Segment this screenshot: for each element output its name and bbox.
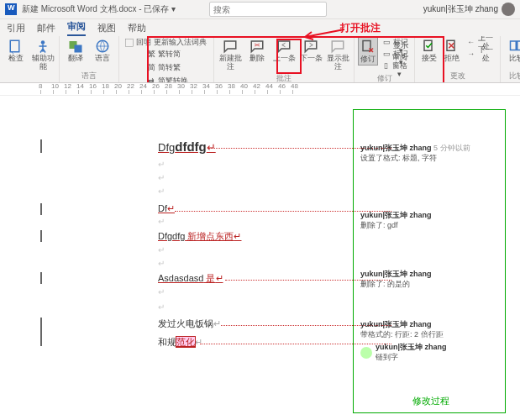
doc-line-3[interactable]: Dfgdfg 新增点东西↵ xyxy=(158,230,241,243)
convert-button[interactable]: ⇄简繁转换 xyxy=(144,76,190,83)
group-language-label: 语言 xyxy=(81,70,97,82)
group-tracking: 修订 ▭所有标记 ▾ ▭显示标记 ▾ ▯审阅窗格 ▾ 修订 xyxy=(355,36,415,82)
ime-update-button[interactable]: 回明 更新输入法词典 xyxy=(123,37,210,49)
username-label: yukun|张玉坤 zhang xyxy=(423,3,498,15)
delete-comment-button[interactable]: 删除 xyxy=(244,37,270,64)
ruler-tick: 40 xyxy=(242,90,255,94)
convert-icon: ⇄ xyxy=(146,76,156,83)
ruler-tick: 24 xyxy=(141,90,154,94)
document-name[interactable]: 新建 Microsoft Word 文档.docx - 已保存 ▾ xyxy=(22,3,176,15)
document-page[interactable]: Dfgdfdfg↵ Df↵ Dfgdfg 新增点东西↵ Asdasdasd 是↵… xyxy=(40,104,318,415)
simp-to-trad-button[interactable]: 简简转繁 xyxy=(144,62,182,74)
language-icon xyxy=(94,38,111,55)
prev-comment-button[interactable]: 上一条 xyxy=(271,37,297,64)
trad-simp-label: 繁转简 xyxy=(158,50,181,59)
annotation-panel-label: 修改过程 xyxy=(412,395,449,407)
comment-author: yukun|张玉坤 zhang xyxy=(360,270,432,278)
horizontal-ruler[interactable]: 8101214161820222426283032343638404244464… xyxy=(0,83,520,96)
change-bar xyxy=(40,230,42,242)
compare-button[interactable]: 比较 xyxy=(504,37,520,64)
ime-label: 回明 更新输入法词典 xyxy=(136,39,207,47)
translate-button[interactable]: 翻译 xyxy=(63,37,88,64)
reject-label: 拒绝 xyxy=(444,55,460,63)
tab-mailings[interactable]: 邮件 xyxy=(37,20,55,36)
prev-change-icon: ← xyxy=(467,38,475,48)
doc-text: Asdasdasd xyxy=(158,273,203,283)
accept-button[interactable]: 接受 xyxy=(418,37,439,64)
ruler-tick: 22 xyxy=(129,90,141,94)
tab-view[interactable]: 视图 xyxy=(97,20,116,36)
doc-line-5[interactable]: 发过火电饭锅↵ xyxy=(158,318,221,330)
doc-line-2[interactable]: Df↵ xyxy=(158,203,175,214)
new-comment-label: 新建批注 xyxy=(218,55,242,71)
next-comment-button[interactable]: 下一条 xyxy=(298,37,323,64)
revision-comment[interactable]: yukun|张玉坤 zhang 带格式的: 行距: 2 倍行距yukun|张玉坤… xyxy=(360,320,498,363)
reject-button[interactable]: 拒绝 xyxy=(441,37,462,64)
revisions-panel: yukun|张玉坤 zhang 5 分钟以前设置了格式: 标题, 字符yukun… xyxy=(353,109,506,413)
track-changes-label: 修订 xyxy=(360,55,376,64)
markup-icon: ▭ xyxy=(383,38,391,48)
show-comments-button[interactable]: 显示批注 xyxy=(325,37,350,72)
next-change-icon: → xyxy=(467,50,475,60)
new-comment-button[interactable]: 新建批注 xyxy=(218,37,243,72)
ruler-tick: 12 xyxy=(66,90,78,94)
spellcheck-label: 检查 xyxy=(8,55,24,63)
tab-review[interactable]: 审阅 xyxy=(67,18,86,36)
group-compare-label: 比较 xyxy=(509,70,520,82)
next-change-button[interactable]: →下一处 xyxy=(465,49,496,60)
change-bar xyxy=(40,203,42,215)
ruler-tick: 20 xyxy=(116,90,129,94)
reply-text: 链到字 xyxy=(376,353,398,361)
change-bar xyxy=(40,272,42,284)
comment-body: 设置了格式: 标题, 字符 xyxy=(360,154,437,162)
ribbon-tabs: 引用 邮件 审阅 视图 帮助 xyxy=(0,19,520,36)
ruler-tick: 36 xyxy=(217,90,229,94)
delete-comment-icon xyxy=(249,38,265,55)
spellcheck-button[interactable]: 检查 xyxy=(3,37,29,64)
svg-rect-7 xyxy=(424,40,432,50)
group-comments-label: 批注 xyxy=(276,72,292,83)
user-area[interactable]: yukun|张玉坤 zhang xyxy=(423,3,515,16)
doc-line-1[interactable]: Dfgdfdfg↵ xyxy=(158,139,216,154)
doc-line-6[interactable]: 和规范化↵ xyxy=(158,336,202,349)
doc-line-4[interactable]: Asdasdasd 是↵ xyxy=(158,272,223,285)
group-ime: 回明 更新输入法词典 繁繁转简 简简转繁 ⇄简繁转换 中文简繁转换 xyxy=(119,36,214,82)
revision-comment[interactable]: yukun|张玉坤 zhang 删除了: 的是的 xyxy=(360,270,498,289)
search-wrap xyxy=(209,2,390,17)
tab-references[interactable]: 引用 xyxy=(7,20,25,36)
revision-comment[interactable]: yukun|张玉坤 zhang 5 分钟以前设置了格式: 标题, 字符 xyxy=(360,144,498,163)
group-changes: 接受 拒绝 ←上一处 →下一处 更改 xyxy=(415,36,501,82)
avatar-icon xyxy=(502,3,515,16)
ruler-tick: 30 xyxy=(179,90,192,94)
track-changes-button[interactable]: 修订 xyxy=(358,37,378,66)
tab-help[interactable]: 帮助 xyxy=(128,20,146,36)
annotation-open-label: 打开批注 xyxy=(340,21,381,35)
search-input[interactable] xyxy=(209,2,327,17)
trad-simp-icon: 繁 xyxy=(146,50,156,60)
ruler-tick: 46 xyxy=(280,90,292,94)
show-comments-icon xyxy=(329,38,346,55)
comment-body: 带格式的: 行距: 2 倍行距 xyxy=(360,330,444,339)
prev-comment-icon xyxy=(276,38,292,55)
ruler-tick: 34 xyxy=(204,90,217,94)
ruler-tick: 18 xyxy=(103,90,116,94)
accept-icon xyxy=(421,38,438,55)
ruler-ticks: 8101214161820222426283032343638404244464… xyxy=(40,83,520,95)
trad-to-simp-button[interactable]: 繁繁转简 xyxy=(144,49,182,60)
svg-rect-3 xyxy=(75,45,82,53)
svg-rect-5 xyxy=(126,39,134,47)
next-comment-label: 下一条 xyxy=(300,55,323,63)
para-mark-icon: ↵ xyxy=(158,245,165,255)
accessibility-button[interactable]: 辅助功能 xyxy=(30,37,55,72)
language-button[interactable]: 语言 xyxy=(90,37,115,64)
group-comments: 新建批注 删除 上一条 下一条 显示批注 批注 xyxy=(214,36,355,82)
revision-comment[interactable]: yukun|张玉坤 zhang 删除了: gdf xyxy=(360,211,498,230)
group-language: 翻译 语言 语言 xyxy=(60,36,119,82)
para-mark-icon: ↵ xyxy=(158,259,165,268)
reviewing-pane-label: 审阅窗格 ▾ xyxy=(390,54,409,79)
language-label: 语言 xyxy=(95,55,110,63)
ruler-tick: 44 xyxy=(267,90,280,94)
reviewing-pane-button[interactable]: ▯审阅窗格 ▾ xyxy=(381,60,411,72)
ruler-tick: 28 xyxy=(166,90,179,94)
ime-icon xyxy=(124,38,134,48)
